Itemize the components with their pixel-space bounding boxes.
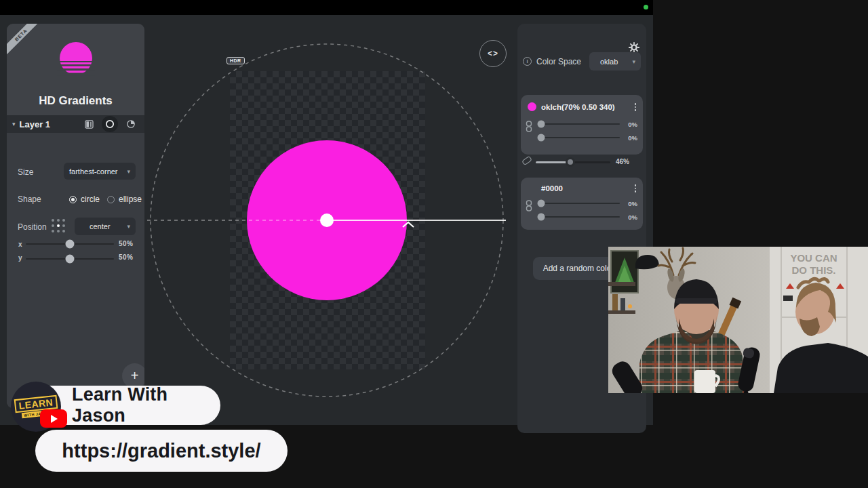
youtube-play-icon: [51, 415, 58, 423]
info-icon[interactable]: i: [523, 57, 532, 66]
x-slider-label: x: [18, 241, 22, 248]
gradient-app-window: BETA HD Gradients ▾ Layer 1: [0, 15, 653, 425]
chevron-down-icon: ▾: [127, 168, 130, 175]
youtube-badge: [40, 409, 67, 428]
midpoint-slider[interactable]: [536, 161, 610, 163]
conic-gradient-icon[interactable]: [123, 116, 139, 132]
slider-thumb[interactable]: [538, 214, 545, 221]
position-anchor-grid[interactable]: [52, 219, 65, 232]
position-value: center: [90, 222, 111, 230]
mug: [694, 370, 719, 393]
x-slider-value: 50%: [119, 240, 134, 247]
layer-name: Layer 1: [20, 119, 81, 129]
slider-thumb[interactable]: [538, 134, 545, 142]
y-slider-value: 50%: [119, 253, 134, 261]
chevron-down-icon: ▾: [127, 223, 130, 230]
shape-option-ellipse[interactable]: ellipse: [107, 195, 142, 204]
x-slider-thumb[interactable]: [66, 240, 75, 249]
stop2-slider-b[interactable]: [538, 216, 620, 218]
stream-frame: BETA HD Gradients ▾ Layer 1: [0, 0, 868, 488]
chevron-down-icon: ▾: [632, 58, 635, 65]
color-space-label: Color Space: [536, 57, 589, 66]
link-channels-icon[interactable]: [526, 121, 532, 132]
color-stop-card-2: #0000 0% 0%: [521, 178, 643, 230]
midpoint-row: 46%: [517, 154, 646, 170]
sidebar: BETA HD Gradients ▾ Layer 1: [7, 24, 144, 408]
stop-menu-icon[interactable]: [633, 183, 638, 194]
size-value: farthest-corner: [69, 167, 118, 176]
layer-collapse-caret-icon[interactable]: ▾: [12, 121, 16, 127]
color-swatch[interactable]: [528, 102, 536, 111]
radio-selected-icon[interactable]: [69, 196, 77, 203]
shape-option-circle[interactable]: circle: [69, 195, 100, 204]
channel-name: Learn With Jason: [72, 384, 220, 426]
y-slider[interactable]: [26, 258, 114, 260]
stop1-slider-a[interactable]: [538, 123, 620, 125]
slider-thumb[interactable]: [538, 121, 545, 128]
linear-gradient-icon[interactable]: [81, 116, 97, 132]
color-space-value: oklab: [600, 58, 618, 66]
midpoint-slider-thumb[interactable]: [566, 157, 575, 167]
stream-url: https://gradient.style/: [62, 440, 260, 462]
position-dropdown[interactable]: center ▾: [75, 218, 136, 235]
poster-text-line2: DO THIS.: [791, 264, 835, 276]
x-slider[interactable]: [26, 243, 114, 245]
size-label: Size: [18, 167, 33, 177]
layer-header[interactable]: ▾ Layer 1: [7, 115, 144, 133]
top-black-bar: [0, 0, 653, 15]
webcam-scene: YOU CAN DO THIS.: [608, 247, 868, 393]
color-stop-label: #0000: [541, 184, 633, 192]
radial-gradient-icon[interactable]: [102, 116, 118, 132]
framed-poster: [611, 251, 638, 293]
sunset-logo-icon: [57, 40, 95, 78]
stop-menu-icon[interactable]: [633, 102, 638, 113]
poster-text-line1: YOU CAN: [790, 252, 837, 264]
gradient-type-switcher: [81, 116, 139, 132]
app-title: HD Gradients: [7, 94, 144, 108]
color-stop-card-1: oklch(70% 0.50 340) 0% 0%: [521, 95, 643, 155]
midpoint-value: 46%: [616, 158, 629, 165]
color-space-row: i Color Space oklab ▾: [517, 52, 646, 70]
slider-thumb[interactable]: [538, 200, 545, 207]
midpoint-handle-icon: [521, 156, 532, 166]
stop1-slider-b[interactable]: [538, 137, 620, 138]
webcam-overlay: YOU CAN DO THIS.: [608, 247, 868, 393]
live-status-dot: [644, 5, 648, 9]
radio-unselected-icon[interactable]: [107, 196, 115, 203]
stop1-slider-b-value: 0%: [628, 134, 637, 142]
stop1-slider-a-value: 0%: [628, 121, 637, 128]
size-dropdown[interactable]: farthest-corner ▾: [64, 163, 136, 180]
color-stop-label: oklch(70% 0.50 340): [541, 103, 633, 111]
position-label: Position: [18, 222, 47, 232]
color-swatch[interactable]: [528, 184, 536, 192]
layer-controls: Size farthest-corner ▾ Shape circle elli…: [7, 133, 144, 408]
color-space-dropdown[interactable]: oklab ▾: [589, 52, 641, 70]
stop2-slider-a[interactable]: [538, 203, 620, 204]
shape-label: Shape: [18, 195, 41, 204]
show-code-button[interactable]: <>: [479, 40, 507, 67]
hdr-badge: HDR: [226, 57, 245, 64]
link-channels-icon[interactable]: [526, 200, 532, 211]
stop2-slider-a-value: 0%: [628, 200, 637, 207]
stop2-slider-b-value: 0%: [628, 214, 637, 221]
url-banner: https://gradient.style/: [35, 430, 288, 472]
y-slider-thumb[interactable]: [66, 255, 75, 264]
y-slider-label: y: [18, 254, 22, 262]
app-logo: [7, 40, 144, 81]
gradient-preview-circle: [247, 140, 407, 300]
